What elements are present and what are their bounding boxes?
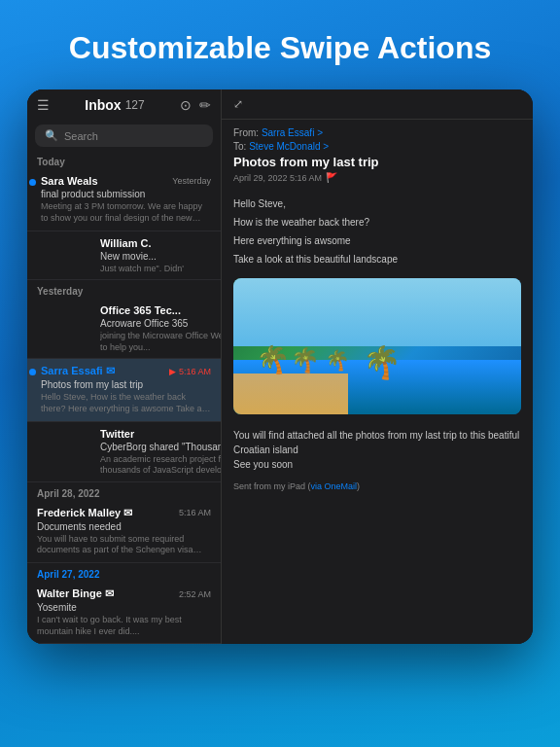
from-line: From: Sarra Essafi >: [233, 127, 521, 138]
mail-item[interactable]: Twitter 4:28 AM CyberBorg shared "Thousa…: [90, 422, 221, 482]
search-icon: 🔍: [45, 129, 58, 142]
mail-item[interactable]: Sara Weals Yesterday final product submi…: [27, 169, 221, 231]
footer-line1: You will find attached all the photos fr…: [233, 428, 521, 457]
to-arrow: >: [323, 141, 329, 152]
email-date: April 29, 2022 5:16 AM 🚩: [233, 172, 521, 183]
compose-icon[interactable]: ✏: [199, 97, 211, 113]
mail-preview: Hello Steve, How is the weather back the…: [41, 392, 211, 414]
body-line3: Take a look at this beautiful landscape: [233, 252, 521, 267]
beach-scene: 🌴 🌴 🌴 🌴: [233, 278, 521, 414]
palm-tree-2: 🌴: [290, 345, 321, 375]
mail-item-delete-container: 🗑 Delete Twitter 4:28 AM CyberBorg share…: [27, 422, 221, 482]
mail-header: ☰ Inbox 127 ⊙ ✏: [27, 89, 221, 121]
mail-subject: New movie...: [100, 251, 221, 262]
mail-subject: Acroware Office 365: [100, 318, 221, 329]
expand-icon[interactable]: ⤢: [233, 97, 243, 111]
settings-icon[interactable]: ⊙: [180, 97, 192, 113]
mail-item[interactable]: Walter Binge ✉ 2:52 AM Yosemite I can't …: [27, 582, 221, 644]
greeting: Hello Steve,: [233, 196, 521, 211]
detail-toolbar: ⤢: [222, 89, 533, 120]
mail-item[interactable]: Office 365 Tec... 5:16 AM Acroware Offic…: [90, 299, 221, 359]
sender-name: William C.: [100, 237, 151, 249]
mail-preview: joining the Microware Office We look for…: [100, 331, 221, 353]
mail-preview: Meeting at 3 PM tomorrow. We are happy t…: [41, 201, 211, 224]
mail-preview: An academic research project found that …: [100, 454, 221, 477]
email-meta: From: Sarra Essafi > To: Steve McDonald …: [222, 120, 533, 196]
email-subject: Photos from my last trip: [233, 155, 521, 169]
unread-dot: [29, 369, 36, 375]
mail-item-selected[interactable]: Sarra Essafi ✉ ▶ 5:16 AM Photos from my …: [27, 359, 221, 421]
palm-tree-1: 🌴: [255, 342, 293, 379]
email-body: Hello Steve, How is the weather back the…: [222, 196, 533, 270]
flag-icon[interactable]: 🚩: [326, 172, 337, 183]
email-image: 🌴 🌴 🌴 🌴: [233, 278, 521, 414]
mail-preview: Just watch me". Didn': [100, 264, 221, 275]
unread-dot: [29, 179, 36, 186]
mail-preview: I can't wait to go back. It was my best …: [37, 615, 211, 637]
inbox-count: 127: [125, 98, 145, 112]
body-line1: How is the weather back there?: [233, 215, 521, 230]
section-yesterday: Yesterday: [27, 280, 221, 299]
mail-item[interactable]: Frederick Malley ✉ 5:16 AM Documents nee…: [27, 501, 221, 563]
section-today: Today: [27, 151, 221, 169]
mail-subject: CyberBorg shared "Thousands of npm acco.…: [100, 442, 221, 452]
mail-time: 2:52 AM: [179, 589, 211, 599]
sender-name: Office 365 Tec...: [100, 304, 181, 316]
to-line: To: Steve McDonald >: [233, 141, 521, 152]
inbox-title: Inbox: [85, 97, 121, 113]
mail-list-panel: ☰ Inbox 127 ⊙ ✏ 🔍 Search Today Sara Weal…: [27, 89, 222, 644]
mail-time: 5:16 AM: [179, 508, 211, 517]
palm-tree-4: 🌴: [362, 342, 403, 382]
date-text: April 29, 2022 5:16 AM: [233, 173, 322, 183]
section-april28: April 28, 2022: [27, 482, 221, 501]
mail-time: Yesterday: [172, 176, 211, 186]
mail-subject: Yosemite: [37, 602, 211, 613]
header-icons: ⊙ ✏: [180, 97, 211, 113]
app-container: ☰ Inbox 127 ⊙ ✏ 🔍 Search Today Sara Weal…: [27, 89, 533, 644]
palm-tree-3: 🌴: [325, 347, 350, 372]
sender-name: Sarra Essafi ✉: [41, 365, 115, 377]
to-name[interactable]: Steve McDonald: [249, 141, 320, 152]
from-label: From:: [233, 127, 259, 138]
mail-subject: Documents needed: [37, 521, 211, 532]
mail-item-snooze-container: 🕐 Snooze William C. New movie... Just wa…: [27, 231, 221, 281]
email-signature: Sent from my iPad (via OneMail): [222, 478, 533, 495]
email-detail-panel: ⤢ From: Sarra Essafi > To: Steve McDonal…: [222, 89, 533, 644]
hero-section: Customizable Swipe Actions: [30, 0, 530, 89]
body-line2: Here everything is awsome: [233, 233, 521, 248]
hamburger-icon[interactable]: ☰: [37, 97, 50, 113]
sender-name: Twitter: [100, 428, 134, 440]
to-label: To:: [233, 141, 246, 152]
sender-name: Frederick Malley ✉: [37, 507, 132, 519]
email-footer: You will find attached all the photos fr…: [222, 422, 533, 478]
from-name[interactable]: Sarra Essafi: [262, 127, 314, 138]
mail-item-archive-container: 📁 Archive Office 365 Tec... 5:16 AM Acro…: [27, 299, 221, 359]
footer-line2: See you soon: [233, 457, 521, 472]
hero-title: Customizable Swipe Actions: [69, 30, 491, 65]
sender-name: Walter Binge ✉: [37, 587, 114, 600]
mail-time: ▶ 5:16 AM: [169, 367, 211, 376]
mail-item[interactable]: William C. New movie... Just watch me". …: [90, 231, 221, 281]
search-placeholder: Search: [64, 130, 98, 142]
search-bar[interactable]: 🔍 Search: [35, 124, 213, 147]
sender-name: Sara Weals: [41, 175, 98, 187]
section-april27: April 27, 2022: [27, 563, 221, 582]
mail-preview: You will have to submit some required do…: [37, 534, 211, 556]
mail-subject: final product submission: [41, 189, 211, 199]
from-arrow: >: [317, 127, 323, 138]
signature-link[interactable]: via OneMail: [311, 481, 358, 491]
mail-subject: Photos from my last trip: [41, 379, 211, 390]
